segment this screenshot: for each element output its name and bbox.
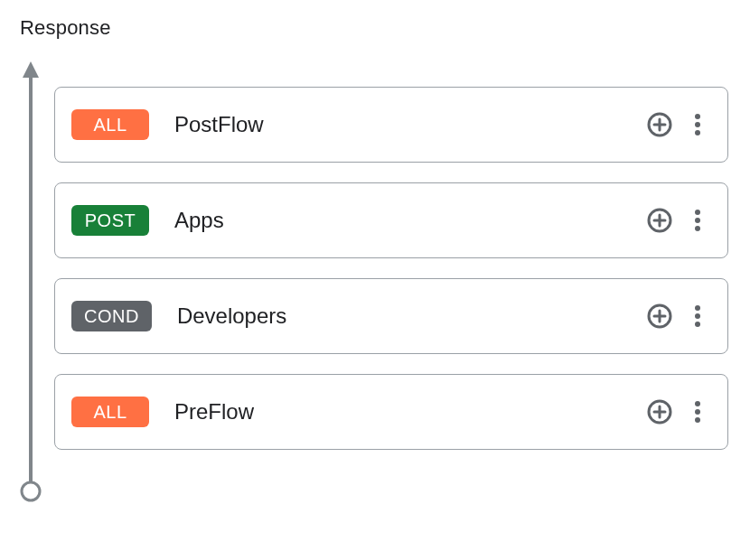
flow-card[interactable]: POST Apps — [54, 182, 728, 258]
svg-point-6 — [695, 114, 700, 119]
flow-card[interactable]: ALL PreFlow — [54, 374, 728, 450]
more-vert-icon[interactable] — [693, 207, 702, 234]
svg-point-25 — [695, 409, 700, 415]
flow-list: ALL PostFlow — [54, 58, 728, 450]
add-icon[interactable] — [646, 303, 673, 330]
flow-card[interactable]: ALL PostFlow — [54, 87, 728, 163]
svg-point-19 — [695, 313, 700, 319]
add-icon[interactable] — [646, 398, 673, 425]
section-title: Response — [20, 16, 728, 40]
flow-tag: ALL — [71, 109, 149, 140]
flow-tag: COND — [71, 301, 152, 331]
more-vert-icon[interactable] — [693, 398, 702, 425]
svg-point-2 — [22, 482, 40, 500]
svg-point-12 — [695, 210, 700, 215]
svg-point-13 — [695, 218, 700, 223]
svg-point-14 — [695, 226, 700, 231]
add-icon[interactable] — [646, 207, 673, 234]
svg-point-24 — [695, 401, 700, 406]
svg-point-7 — [695, 122, 700, 127]
svg-point-26 — [695, 417, 700, 423]
flow-direction-arrow — [20, 58, 54, 450]
flow-title: PreFlow — [174, 399, 646, 425]
svg-marker-1 — [23, 61, 39, 78]
svg-point-18 — [695, 305, 700, 311]
flow-tag: ALL — [71, 397, 149, 427]
flow-title: PostFlow — [174, 112, 646, 137]
flow-title: Apps — [174, 208, 646, 233]
add-icon[interactable] — [646, 111, 673, 138]
more-vert-icon[interactable] — [693, 111, 702, 138]
flow-card[interactable]: COND Developers — [54, 278, 728, 354]
svg-point-8 — [695, 130, 700, 135]
flow-tag: POST — [71, 205, 149, 236]
svg-point-20 — [695, 322, 700, 327]
flow-title: Developers — [177, 303, 646, 329]
more-vert-icon[interactable] — [693, 303, 702, 330]
